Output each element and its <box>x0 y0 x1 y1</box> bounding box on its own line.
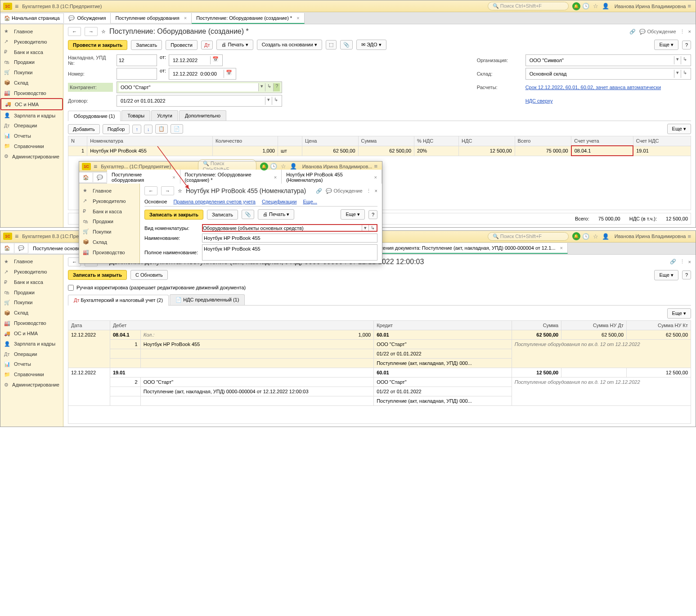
col-kredit[interactable]: Кредит <box>374 320 512 330</box>
user-icon[interactable]: 👤 <box>602 3 609 9</box>
poln-input[interactable]: Ноутбук HP ProBook 455 <box>202 244 377 261</box>
close-icon[interactable]: × <box>296 15 299 21</box>
bell-icon[interactable]: 🔔 <box>572 2 580 10</box>
sidebar-admin[interactable]: ⚙Администрирование <box>0 380 63 390</box>
org-input[interactable] <box>528 56 674 64</box>
zapisat-button[interactable]: Записать <box>131 40 162 50</box>
podbor-button[interactable]: Подбор <box>103 124 130 134</box>
sidebar-spravochniki[interactable]: 📁Справочники <box>0 141 63 151</box>
col-nudt[interactable]: Сумма НУ Дт <box>561 320 627 330</box>
kontragent-input[interactable] <box>119 83 258 91</box>
table-row[interactable]: 1 Ноутбук HP ProBook 455 1,000 шт 62 500… <box>68 146 691 156</box>
sidebar-bank[interactable]: ₽Банк и касса <box>0 47 63 57</box>
sidebar-spravochniki[interactable]: 📁Справочники <box>0 369 63 380</box>
datetime-input[interactable] <box>171 70 224 78</box>
attach-button[interactable]: 📎 <box>340 40 353 49</box>
sidebar-proizvodstvo[interactable]: 🏭Производство <box>0 318 63 328</box>
eshe-button[interactable]: Еще ▾ <box>341 209 364 220</box>
help-button[interactable]: ? <box>368 210 377 219</box>
sidebar-pokupki[interactable]: 🛒Покупки <box>0 297 63 308</box>
zapisat-zakryt-button[interactable]: Записать и закрыть <box>144 210 203 220</box>
sidebar-glavnoe[interactable]: ★Главное <box>0 256 63 267</box>
edo-button[interactable]: ✉ ЭДО ▾ <box>356 40 386 50</box>
calendar-icon[interactable]: 📅 <box>224 70 234 78</box>
dropdown-icon[interactable]: ▾ <box>258 83 265 91</box>
history-icon[interactable]: 🕓 <box>582 233 589 240</box>
sidebar-prodazhi[interactable]: 🛍Продажи <box>0 288 63 297</box>
close-page-icon[interactable]: × <box>688 259 691 265</box>
sidebar-prodazhi[interactable]: 🛍Продажи <box>79 216 139 226</box>
nav-fwd-button[interactable]: → <box>85 27 98 36</box>
hamburger-icon[interactable]: ≡ <box>15 3 18 10</box>
eshe-button[interactable]: Еще ▾ <box>654 40 678 50</box>
eshe2-button[interactable]: Еще ▾ <box>667 308 691 319</box>
sidebar-operacii[interactable]: ДтОперации <box>0 349 63 359</box>
sidebar-sklad[interactable]: 📦Склад <box>0 308 63 318</box>
more-icon[interactable]: ⋮ <box>366 188 371 194</box>
open-icon[interactable]: ↳ <box>368 225 377 231</box>
tab-oborudovanie[interactable]: Оборудование (1) <box>68 111 121 121</box>
up-button[interactable]: ↑ <box>132 125 141 134</box>
home-tab[interactable]: 🏠 Начальная страница <box>0 13 64 23</box>
star-icon[interactable]: ☆ <box>281 163 286 170</box>
discuss-button[interactable]: 💬 Обсуждение <box>639 29 676 35</box>
col-nds[interactable]: НДС <box>459 136 515 146</box>
attach-button[interactable]: 📎 <box>242 210 254 219</box>
obnovit-button[interactable]: С Обновить <box>130 270 168 280</box>
subtab-eshe[interactable]: Еще... <box>303 199 317 204</box>
sidebar-sklad[interactable]: 📦Склад <box>79 237 139 247</box>
dropdown-icon[interactable]: ▾ <box>362 225 368 231</box>
date1-input[interactable] <box>171 56 210 64</box>
tab-postuplenie-create[interactable]: Поступление: Оборудование (создание) *× <box>192 13 304 24</box>
open-icon[interactable]: ↳ <box>265 83 273 91</box>
col-ndspct[interactable]: % НДС <box>414 136 459 146</box>
hamburger-icon[interactable]: ≡ <box>374 163 377 170</box>
subtab-spec[interactable]: Спецификации <box>262 199 296 204</box>
down-button[interactable]: ↓ <box>144 125 153 134</box>
col-total[interactable]: Всего <box>515 136 571 146</box>
nav-fwd-button[interactable]: → <box>161 186 174 195</box>
help-button[interactable]: ? <box>682 40 691 49</box>
help-button[interactable]: ? <box>682 270 691 279</box>
sidebar-prodazhi[interactable]: 🛍Продажи <box>0 57 63 67</box>
col-price[interactable]: Цена <box>302 136 358 146</box>
close-icon[interactable]: × <box>184 15 187 21</box>
nomer-input[interactable] <box>117 68 157 80</box>
tab-2[interactable]: Поступление: Оборудование (создание) *× <box>180 170 282 185</box>
tab-tovary[interactable]: Товары <box>121 110 150 121</box>
barcode-button[interactable]: ⬚ <box>326 40 337 49</box>
tab-uslugi[interactable]: Услуги <box>151 110 178 121</box>
manual-edit-checkbox[interactable] <box>68 285 74 291</box>
star-icon[interactable]: ☆ <box>101 29 106 35</box>
open-icon[interactable]: ↳ <box>272 97 280 105</box>
tab-1[interactable]: Поступление оборудования× <box>107 170 180 185</box>
col-sum[interactable]: Сумма <box>512 320 561 330</box>
home-tab[interactable]: 🏠 <box>0 243 14 253</box>
tab-postuplenie[interactable]: Поступление оборудования× <box>111 13 192 23</box>
sidebar-zarplata[interactable]: 👤Зарплата и кадры <box>0 339 63 349</box>
sidebar-otchety[interactable]: 📊Отчеты <box>0 359 63 369</box>
pechat-button[interactable]: 🖨 Печать ▾ <box>216 40 253 50</box>
sidebar-zarplata[interactable]: 👤Зарплата и кадры <box>0 110 63 121</box>
col-nukt[interactable]: Сумма НУ Кт <box>627 320 691 330</box>
subtab-osnovnoe[interactable]: Основное <box>144 199 167 204</box>
bell-icon[interactable]: 🔔 <box>260 162 268 171</box>
bell-icon[interactable]: 🔔 <box>572 232 580 240</box>
paste-button[interactable]: 📄 <box>171 124 183 134</box>
sidebar-pokupki[interactable]: 🛒Покупки <box>0 67 63 77</box>
dobavit-button[interactable]: Добавить <box>68 124 100 134</box>
sidebar-rukovoditelyu[interactable]: ↗Руководителю <box>0 267 63 277</box>
nav-back-button[interactable]: ← <box>144 186 157 195</box>
zapisat-button[interactable]: Записать <box>207 210 238 220</box>
sidebar-admin[interactable]: ⚙Администрирование <box>0 151 63 162</box>
tab-4[interactable]: Движения документа: Поступление (акт, на… <box>366 243 568 254</box>
table-row[interactable]: 12.12.2022 19.01 60.01 12 500,00 12 500,… <box>68 368 691 377</box>
calendar-icon[interactable]: 📅 <box>210 56 220 64</box>
dropdown-icon[interactable]: ▾ <box>674 70 681 78</box>
dtkt-button[interactable]: Дт <box>201 40 213 49</box>
provesti-zakryt-button[interactable]: Провести и закрыть <box>68 40 127 50</box>
pechat-button[interactable]: 🖨 Печать ▾ <box>258 209 294 220</box>
tab-bu-nu[interactable]: Дт Бухгалтерский и налоговый учет (2) <box>68 295 169 306</box>
subtab-pravila[interactable]: Правила определения счетов учета <box>173 199 256 204</box>
table-row[interactable]: 12.12.2022 08.04.1 Кол.: 1,000 60.01 62 … <box>68 330 691 339</box>
